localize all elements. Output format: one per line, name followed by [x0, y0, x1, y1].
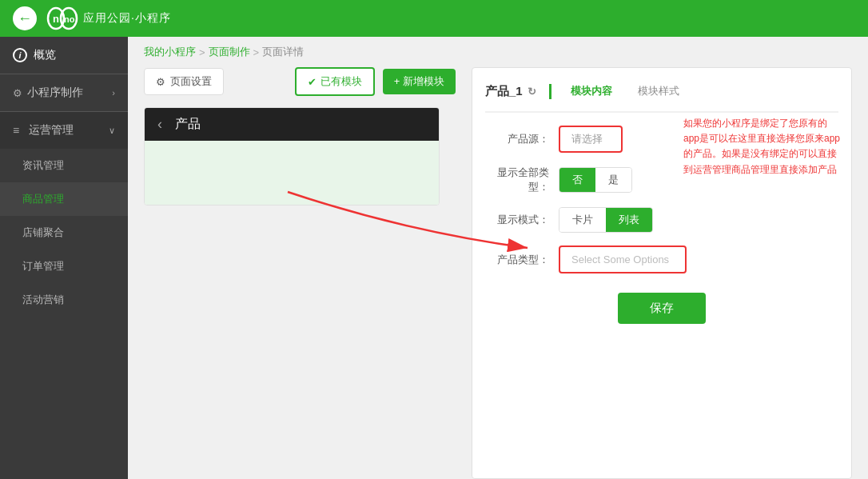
product-type-select[interactable]: Select Some Options — [559, 245, 687, 273]
save-button[interactable]: 保存 — [618, 293, 706, 324]
show-all-yes-button[interactable]: 是 — [595, 168, 631, 192]
overview-label: 概览 — [34, 48, 56, 62]
chevron-down-icon: ∨ — [109, 126, 115, 136]
product-name: 产品_1 — [485, 84, 523, 99]
phone-back-arrow: ‹ — [157, 116, 162, 133]
show-all-label: 显示全部类型： — [485, 166, 549, 194]
phone-title: 产品 — [175, 116, 201, 133]
check-icon: ✔ — [308, 76, 317, 88]
settings-icon: ⚙ — [156, 76, 165, 88]
display-mode-card-button[interactable]: 卡片 — [559, 208, 606, 232]
list-icon: ≡ — [13, 124, 19, 137]
breadcrumb-miniprogram[interactable]: 我的小程序 — [144, 45, 196, 59]
product-title: 产品_1 ↻ — [485, 84, 551, 99]
existing-module-button[interactable]: ✔ 已有模块 — [295, 67, 375, 96]
right-panel-header: 产品_1 ↻ 模块内容 模块样式 — [485, 81, 838, 113]
toolbar: ⚙ 页面设置 ✔ 已有模块 + 新增模块 — [144, 67, 456, 96]
svg-text:n: n — [53, 13, 59, 25]
sidebar: i 概览 ⚙ 小程序制作 › ≡ 运营管理 ∨ 资讯管理 商品管理 店铺聚合 — [0, 37, 128, 479]
logo-icon: n no — [46, 6, 78, 30]
content-area: ⚙ 页面设置 ✔ 已有模块 + 新增模块 ‹ 产品 — [128, 67, 868, 479]
left-panel: ⚙ 页面设置 ✔ 已有模块 + 新增模块 ‹ 产品 — [144, 67, 456, 479]
header-logo: n no 应用公园·小程序 — [46, 6, 171, 30]
store-label: 店铺聚合 — [22, 226, 64, 238]
page-settings-label: 页面设置 — [170, 74, 212, 89]
page-settings-button[interactable]: ⚙ 页面设置 — [144, 68, 224, 95]
sidebar-item-overview[interactable]: i 概览 — [0, 37, 128, 74]
source-label: 产品源： — [485, 132, 549, 146]
orders-label: 订单管理 — [22, 260, 64, 272]
back-button[interactable]: ← — [13, 6, 37, 30]
hint-text: 如果您的小程序是绑定了您原有的app是可以在这里直接选择您原来app的产品。如果… — [683, 116, 843, 178]
tab-style[interactable]: 模块样式 — [631, 81, 686, 102]
source-placeholder: 请选择 — [571, 133, 603, 145]
display-mode-list-button[interactable]: 列表 — [606, 208, 652, 232]
back-icon: ← — [18, 10, 32, 27]
refresh-icon[interactable]: ↻ — [528, 86, 536, 98]
sidebar-item-miniprogram[interactable]: ⚙ 小程序制作 › — [0, 74, 128, 112]
main-content: 我的小程序 > 页面制作 > 页面详情 ⚙ 页面设置 ✔ 已有模块 — [128, 37, 868, 479]
product-type-label: 产品类型： — [485, 253, 549, 267]
main-layout: i 概览 ⚙ 小程序制作 › ≡ 运营管理 ∨ 资讯管理 商品管理 店铺聚合 — [0, 37, 868, 479]
breadcrumb: 我的小程序 > 页面制作 > 页面详情 — [128, 37, 868, 67]
product-type-placeholder: Select Some Options — [571, 253, 669, 265]
marketing-label: 活动营销 — [22, 293, 64, 305]
svg-text:no: no — [64, 14, 75, 24]
phone-content-area — [145, 141, 439, 205]
new-module-button[interactable]: + 新增模块 — [383, 69, 456, 94]
sidebar-item-operations[interactable]: ≡ 运营管理 ∨ — [0, 112, 128, 149]
operations-label: 运营管理 — [29, 123, 74, 138]
logo-text: 应用公园·小程序 — [83, 11, 171, 26]
goods-label: 商品管理 — [22, 193, 64, 205]
source-select[interactable]: 请选择 — [559, 126, 623, 153]
sidebar-item-marketing[interactable]: 活动营销 — [0, 283, 128, 317]
miniprogram-label: 小程序制作 — [27, 86, 83, 100]
form-row-product-type: 产品类型： Select Some Options — [485, 245, 838, 273]
info-icon: i — [13, 48, 27, 62]
display-mode-toggle: 卡片 列表 — [559, 207, 653, 233]
phone-header: ‹ 产品 — [145, 108, 439, 141]
show-all-no-button[interactable]: 否 — [559, 168, 595, 192]
chevron-right-icon: › — [112, 88, 115, 98]
app-header: ← n no 应用公园·小程序 — [0, 0, 868, 37]
sidebar-item-orders[interactable]: 订单管理 — [0, 249, 128, 283]
breadcrumb-current: 页面详情 — [262, 45, 304, 59]
tab-content[interactable]: 模块内容 — [564, 81, 619, 102]
show-all-toggle: 否 是 — [559, 167, 632, 193]
new-module-label: + 新增模块 — [394, 74, 444, 89]
gear-icon: ⚙ — [13, 87, 22, 99]
phone-preview: ‹ 产品 — [144, 107, 440, 206]
sidebar-item-goods[interactable]: 商品管理 — [0, 182, 128, 216]
existing-module-label: 已有模块 — [321, 74, 362, 89]
sidebar-item-store[interactable]: 店铺聚合 — [0, 216, 128, 249]
sidebar-item-news[interactable]: 资讯管理 — [0, 149, 128, 182]
news-label: 资讯管理 — [22, 159, 64, 171]
breadcrumb-page-make[interactable]: 页面制作 — [209, 45, 250, 59]
form-row-display-mode: 显示模式： 卡片 列表 — [485, 207, 838, 233]
display-mode-label: 显示模式： — [485, 213, 549, 227]
right-panel: 产品_1 ↻ 模块内容 模块样式 产品源： 请选择 显示全部类型： — [472, 67, 852, 479]
